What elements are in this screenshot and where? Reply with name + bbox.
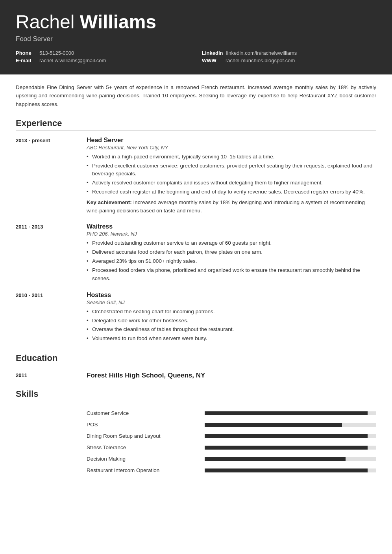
bullet-item: Provided outstanding customer service to… <box>87 239 376 247</box>
bullet-item: Reconciled cash register at the beginnin… <box>87 188 376 196</box>
www-value: rachel-munchies.blogspot.com <box>226 58 295 63</box>
skill-name: Decision Making <box>87 456 197 462</box>
skill-name: POS <box>87 422 197 428</box>
exp-bullets-1: Worked in a high-paced environment, typi… <box>87 153 376 197</box>
skill-row: Customer Service <box>87 407 376 419</box>
exp-right-1: Head Server ABC Restaurant, New York Cit… <box>87 137 376 215</box>
skills-list: Customer ServicePOSDining Room Setup and… <box>87 407 376 476</box>
skill-row: Decision Making <box>87 453 376 465</box>
skill-row: Restaurant Intercom Operation <box>87 465 376 476</box>
education-entry-1: 2011 Forest Hills High School, Queens, N… <box>16 372 376 379</box>
skill-row: POS <box>87 419 376 430</box>
contact-grid: Phone 513-5125-0000 LinkedIn linkedin.co… <box>16 50 376 63</box>
exp-bullets-3: Orchestrated the seating chart for incom… <box>87 308 376 343</box>
exp-dates-3: 2010 - 2011 <box>16 292 79 344</box>
linkedin-value: linkedin.com/in/rachelwwilliams <box>226 50 297 56</box>
full-name: Rachel Williams <box>16 12 376 33</box>
header: Rachel Williams Food Server Phone 513-51… <box>0 0 392 74</box>
skill-bar-background <box>205 468 376 472</box>
exp-company-1: ABC Restaurant, New York City, NY <box>87 145 376 151</box>
key-achievement-1: Key achievement: Increased average month… <box>87 199 376 215</box>
experience-section: Experience 2013 - present Head Server AB… <box>16 118 376 344</box>
bullet-item: Processed food orders via phone, priorit… <box>87 266 376 283</box>
job-title: Food Server <box>16 35 376 43</box>
skill-bar-background <box>205 446 376 450</box>
bullet-item: Actively resolved customer complaints an… <box>87 179 376 187</box>
experience-entry-1: 2013 - present Head Server ABC Restauran… <box>16 137 376 215</box>
phone-value: 513-5125-0000 <box>39 50 74 56</box>
experience-entry-3: 2010 - 2011 Hostess Seaside Grill, NJ Or… <box>16 292 376 344</box>
skill-name: Stress Tolerance <box>87 444 197 450</box>
experience-title: Experience <box>16 118 376 130</box>
skill-bar-fill <box>205 468 368 472</box>
exp-dates-2: 2011 - 2013 <box>16 223 79 284</box>
bullet-item: Volunteered to run food when servers wer… <box>87 335 376 343</box>
skill-row: Stress Tolerance <box>87 442 376 453</box>
skills-title: Skills <box>16 389 376 401</box>
summary-text: Dependable Fine Dining Server with 5+ ye… <box>16 83 376 109</box>
edu-school-1: Forest Hills High School, Queens, NY <box>87 372 376 379</box>
exp-job-title-1: Head Server <box>87 137 376 144</box>
bullet-item: Worked in a high-paced environment, typi… <box>87 153 376 161</box>
exp-company-3: Seaside Grill, NJ <box>87 299 376 305</box>
contact-phone: Phone 513-5125-0000 <box>16 50 190 56</box>
exp-company-2: PHO 206, Newark, NJ <box>87 231 376 237</box>
education-section: Education 2011 Forest Hills High School,… <box>16 353 376 379</box>
bullet-item: Delegated side work for other hostesses. <box>87 317 376 325</box>
skill-bar-background <box>205 457 376 461</box>
skill-bar-fill <box>205 411 368 415</box>
skills-left <box>16 407 79 476</box>
last-name: Williams <box>80 11 156 32</box>
skill-row: Dining Room Setup and Layout <box>87 430 376 442</box>
bullet-item: Averaged 23% tips on $1,000+ nightly sal… <box>87 257 376 266</box>
exp-dates-1: 2013 - present <box>16 137 79 215</box>
skills-entry: Customer ServicePOSDining Room Setup and… <box>16 407 376 476</box>
skill-bar-fill <box>205 423 342 427</box>
edu-year-1: 2011 <box>16 372 79 379</box>
first-name: Rachel <box>16 11 80 32</box>
skill-bar-fill <box>205 446 368 450</box>
bullet-item: Oversaw the cleanliness of tables throug… <box>87 325 376 334</box>
exp-job-title-3: Hostess <box>87 292 376 299</box>
contact-www: WWW rachel-munchies.blogspot.com <box>202 58 376 63</box>
skill-bar-background <box>205 423 376 427</box>
exp-right-3: Hostess Seaside Grill, NJ Orchestrated t… <box>87 292 376 344</box>
exp-right-2: Waitress PHO 206, Newark, NJ Provided ou… <box>87 223 376 284</box>
skill-name: Customer Service <box>87 410 197 416</box>
exp-bullets-2: Provided outstanding customer service to… <box>87 239 376 283</box>
skill-bar-fill <box>205 434 368 438</box>
email-label: E-mail <box>16 58 36 63</box>
bullet-item: Orchestrated the seating chart for incom… <box>87 308 376 316</box>
bullet-item: Delivered accurate food orders for each … <box>87 248 376 257</box>
skill-name: Restaurant Intercom Operation <box>87 467 197 473</box>
skills-section: Skills Customer ServicePOSDining Room Se… <box>16 389 376 476</box>
contact-email: E-mail rachel.w.williams@gmail.com <box>16 58 190 63</box>
main-content: Dependable Fine Dining Server with 5+ ye… <box>0 74 392 502</box>
skill-name: Dining Room Setup and Layout <box>87 433 197 439</box>
skill-bar-background <box>205 434 376 438</box>
skill-bar-fill <box>205 457 346 461</box>
www-label: WWW <box>202 58 222 63</box>
linkedin-label: LinkedIn <box>202 50 223 56</box>
education-title: Education <box>16 353 376 365</box>
phone-label: Phone <box>16 50 36 56</box>
skill-bar-background <box>205 411 376 415</box>
email-value: rachel.w.williams@gmail.com <box>39 58 106 63</box>
experience-entry-2: 2011 - 2013 Waitress PHO 206, Newark, NJ… <box>16 223 376 284</box>
exp-job-title-2: Waitress <box>87 223 376 230</box>
contact-linkedin: LinkedIn linkedin.com/in/rachelwwilliams <box>202 50 376 56</box>
bullet-item: Provided excellent customer service: gre… <box>87 162 376 178</box>
